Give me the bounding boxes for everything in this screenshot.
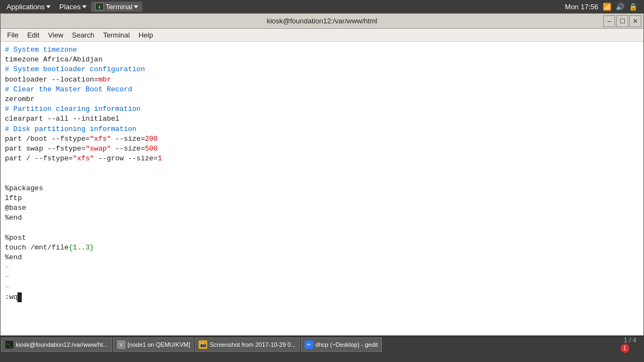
line-blank-3 <box>5 223 639 233</box>
line-post: %post <box>5 233 639 243</box>
line-part-root: part / --fstype="xfs" --grow --size=1 <box>5 154 639 164</box>
line-lftp: lftp <box>5 194 639 203</box>
line-timezone: timezone Africa/Abidjan <box>5 55 639 65</box>
line-touch: touch /mnt/file{1..3} <box>5 243 639 253</box>
line-zerombr: zerombr <box>5 95 639 104</box>
line-comment-bootloader: # System bootloader configuration <box>5 65 639 74</box>
taskbar-terminal-label: kiosk@foundation12:/var/www/ht... <box>16 341 108 348</box>
line-part-boot: part /boot --fstype="xfs" --size=200 <box>5 134 639 144</box>
taskbar-right: 1 / 4 1 <box>621 336 643 353</box>
taskbar-gedit[interactable]: ✏ dhcp (~Desktop) - gedit <box>301 338 382 352</box>
page-indicator: 1 / 4 <box>621 336 640 344</box>
terminal-menu-icon: ▮ <box>95 3 104 10</box>
vm-taskbar-icon: V <box>117 340 126 349</box>
taskbar-terminal[interactable]: >_ kiosk@foundation12:/var/www/ht... <box>1 338 112 352</box>
line-cmdline: :wq <box>5 292 639 302</box>
line-tilde-2: ~ <box>5 272 639 282</box>
taskbar-screenshot-label: Screenshot from 2017-10-29 0... <box>209 341 295 348</box>
close-button[interactable]: ✕ <box>629 15 641 27</box>
system-topbar: Applications Places ▮ Terminal Mon 17:56… <box>0 0 644 13</box>
line-clearpart: clearpart --all --initlabel <box>5 114 639 124</box>
speaker-icon[interactable]: 🔊 <box>616 3 624 11</box>
places-label: Places <box>59 3 81 11</box>
terminal-content-area[interactable]: # System timezone timezone Africa/Abidja… <box>1 42 643 335</box>
notification-badge[interactable]: 1 <box>621 344 629 353</box>
gedit-taskbar-icon: ✏ <box>305 340 313 349</box>
places-arrow-icon <box>82 5 86 8</box>
wifi-icon[interactable]: 📶 <box>603 3 611 11</box>
line-part-swap: part swap --fstype="swap" --size=500 <box>5 144 639 154</box>
menu-file[interactable]: File <box>3 30 23 40</box>
applications-arrow-icon <box>46 5 51 8</box>
lock-icon[interactable]: 🔒 <box>629 3 637 11</box>
taskbar-gedit-label: dhcp (~Desktop) - gedit <box>315 341 378 348</box>
menu-edit[interactable]: Edit <box>23 30 44 40</box>
line-tilde-3: ~ <box>5 283 639 292</box>
taskbar-screenshot[interactable]: 📷 Screenshot from 2017-10-29 0... <box>195 338 299 352</box>
taskbar-vm[interactable]: V [node1 on QEMU/KVM] <box>113 338 194 352</box>
terminal-taskbar-icon: >_ <box>5 340 14 349</box>
line-end-packages: %end <box>5 213 639 223</box>
line-base: @base <box>5 203 639 213</box>
window-controls: – ☐ ✕ <box>603 15 641 27</box>
places-menu[interactable]: Places <box>55 2 91 12</box>
app-menubar: File Edit View Search Terminal Help <box>1 29 643 42</box>
line-comment-disk: # Disk partitioning information <box>5 124 639 134</box>
line-comment-timezone: # System timezone <box>5 45 639 55</box>
window-title: kiosk@foundation12:/var/www/html <box>267 17 377 25</box>
menu-view[interactable]: View <box>44 30 67 40</box>
terminal-arrow-icon <box>134 5 138 8</box>
taskbar-vm-label: [node1 on QEMU/KVM] <box>128 341 190 348</box>
term-icon: >_ <box>5 340 14 349</box>
line-blank-1 <box>5 164 639 173</box>
maximize-button[interactable]: ☐ <box>616 15 628 27</box>
line-tilde-1: ~ <box>5 263 639 272</box>
taskbar: >_ kiosk@foundation12:/var/www/ht... V [… <box>0 336 644 352</box>
minimize-button[interactable]: – <box>603 15 615 27</box>
terminal-window: kiosk@foundation12:/var/www/html – ☐ ✕ F… <box>0 13 644 336</box>
applications-menu[interactable]: Applications <box>2 2 55 12</box>
menu-search[interactable]: Search <box>67 30 98 40</box>
screenshot-taskbar-icon: 📷 <box>199 340 207 349</box>
menu-terminal[interactable]: Terminal <box>99 30 134 40</box>
cursor-block <box>17 292 22 302</box>
line-blank-2 <box>5 173 639 183</box>
line-bootloader: bootloader --location=mbr <box>5 75 639 85</box>
window-titlebar: kiosk@foundation12:/var/www/html – ☐ ✕ <box>1 14 643 29</box>
line-comment-partition: # Partition clearing information <box>5 104 639 114</box>
system-tray: Mon 17:56 📶 🔊 🔒 <box>565 3 642 11</box>
line-end-post: %end <box>5 253 639 263</box>
applications-label: Applications <box>7 3 45 11</box>
menu-help[interactable]: Help <box>134 30 158 40</box>
line-comment-mbr: # Clear the Master Boot Record <box>5 85 639 95</box>
terminal-label: Terminal <box>106 3 132 11</box>
line-packages: %packages <box>5 184 639 194</box>
gedit-icon: ✏ <box>305 340 313 349</box>
screenshot-icon: 📷 <box>199 340 207 349</box>
terminal-menu[interactable]: ▮ Terminal <box>91 2 143 12</box>
vm-icon: V <box>117 340 126 349</box>
clock-display: Mon 17:56 <box>565 3 598 11</box>
